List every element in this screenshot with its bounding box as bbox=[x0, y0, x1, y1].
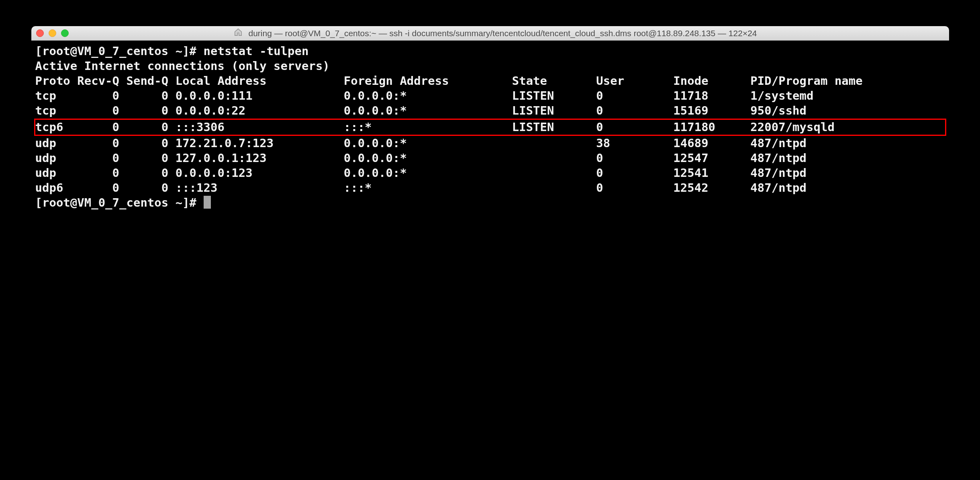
table-row: udp 0 0 172.21.0.7:123 0.0.0.0:* 38 1468… bbox=[35, 136, 945, 151]
home-icon bbox=[234, 28, 243, 39]
columns-header: Proto Recv-Q Send-Q Local Address Foreig… bbox=[35, 74, 945, 88]
table-row: tcp 0 0 0.0.0.0:111 0.0.0.0:* LISTEN 0 1… bbox=[35, 88, 945, 103]
titlebar: during — root@VM_0_7_centos:~ — ssh -i d… bbox=[31, 26, 949, 41]
table-row: tcp 0 0 0.0.0.0:22 0.0.0.0:* LISTEN 0 15… bbox=[35, 103, 945, 118]
close-button[interactable] bbox=[36, 29, 44, 37]
command: netstat -tulpen bbox=[204, 44, 309, 58]
table-row: udp 0 0 0.0.0.0:123 0.0.0.0:* 0 12541 48… bbox=[35, 166, 945, 181]
terminal-body[interactable]: [root@VM_0_7_centos ~]# netstat -tulpenA… bbox=[31, 41, 949, 406]
table-row: udp 0 0 127.0.0.1:123 0.0.0.0:* 0 12547 … bbox=[35, 151, 945, 166]
prompt: [root@VM_0_7_centos ~]# bbox=[35, 196, 204, 209]
window-title: during — root@VM_0_7_centos:~ — ssh -i d… bbox=[47, 28, 944, 39]
window-title-text: during — root@VM_0_7_centos:~ — ssh -i d… bbox=[248, 29, 757, 38]
terminal-window: during — root@VM_0_7_centos:~ — ssh -i d… bbox=[31, 26, 949, 406]
output-header: Active Internet connections (only server… bbox=[35, 59, 945, 74]
prompt-line-2: [root@VM_0_7_centos ~]# bbox=[35, 195, 945, 210]
prompt-line: [root@VM_0_7_centos ~]# netstat -tulpen bbox=[35, 44, 945, 59]
cursor bbox=[204, 196, 211, 209]
table-row-highlighted: tcp6 0 0 :::3306 :::* LISTEN 0 117180 22… bbox=[34, 119, 946, 136]
prompt: [root@VM_0_7_centos ~]# bbox=[35, 44, 204, 58]
table-row: udp6 0 0 :::123 :::* 0 12542 487/ntpd bbox=[35, 181, 945, 195]
